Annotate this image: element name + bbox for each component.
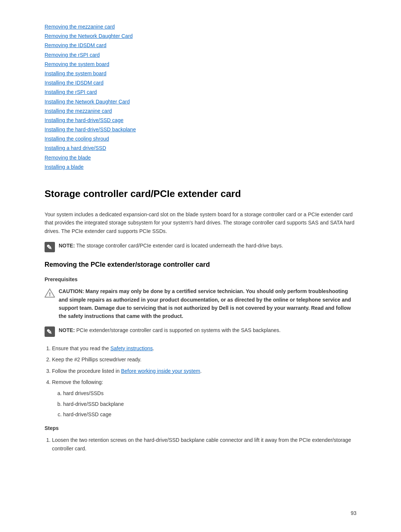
section-title: Storage controller card/PCIe extender ca… — [45, 187, 356, 203]
toc-link[interactable]: Installing the hard-drive/SSD cage — [45, 116, 356, 125]
prereq-item-4: Remove the following: hard drives/SSDs h… — [52, 378, 356, 419]
toc-link[interactable]: Installing the cooling shroud — [45, 134, 356, 144]
svg-text:✎: ✎ — [46, 244, 52, 251]
note-text-2: NOTE: PCIe extender/storage controller c… — [59, 326, 281, 334]
toc-link[interactable]: Removing the blade — [45, 153, 356, 162]
prereq-item-1: Ensure that you read the Safety instruct… — [52, 344, 356, 352]
toc-link[interactable]: Removing the rSPI card — [45, 50, 356, 60]
steps-label: Steps — [45, 424, 356, 432]
caution-icon: ! — [45, 288, 55, 298]
prerequisites-label: Prerequisites — [45, 276, 356, 283]
toc-link[interactable]: Installing the IDSDM card — [45, 78, 356, 88]
toc-link[interactable]: Removing the IDSDM card — [45, 41, 356, 50]
svg-text:!: ! — [49, 291, 51, 297]
note-box-1: ✎ NOTE: The storage controller card/PCIe… — [45, 242, 356, 252]
step-1: Loosen the two retention screws on the h… — [52, 436, 356, 453]
toc-section: Removing the mezzanine cardRemoving the … — [45, 22, 356, 172]
safety-instructions-link[interactable]: Safety instructions — [110, 345, 153, 351]
toc-link[interactable]: Installing a hard drive/SSD — [45, 144, 356, 153]
subsection-title: Removing the PCIe extender/storage contr… — [45, 260, 356, 270]
toc-link[interactable]: Installing the hard-drive/SSD backplane — [45, 125, 356, 134]
toc-link[interactable]: Installing the system board — [45, 69, 356, 78]
section-body: Your system includes a dedicated expansi… — [45, 210, 356, 235]
prereq-item-3: Follow the procedure listed in Before wo… — [52, 367, 356, 375]
toc-link[interactable]: Installing the mezzanine card — [45, 106, 356, 116]
sub-item-c: hard-drive/SSD cage — [63, 410, 356, 418]
page: Removing the mezzanine cardRemoving the … — [0, 0, 401, 532]
note-icon-2: ✎ — [45, 326, 55, 337]
sub-list: hard drives/SSDs hard-drive/SSD backplan… — [63, 389, 356, 418]
prereq-list: Ensure that you read the Safety instruct… — [52, 344, 356, 419]
sub-item-b: hard-drive/SSD backplane — [63, 400, 356, 408]
toc-link[interactable]: Installing the rSPI card — [45, 88, 356, 97]
toc-link[interactable]: Installing the Network Daughter Card — [45, 97, 356, 106]
page-number: 93 — [351, 509, 356, 517]
steps-list: Loosen the two retention screws on the h… — [52, 436, 356, 453]
toc-link[interactable]: Removing the Network Daughter Card — [45, 32, 356, 41]
toc-link[interactable]: Installing a blade — [45, 162, 356, 172]
sub-item-a: hard drives/SSDs — [63, 389, 356, 397]
caution-box: ! CAUTION: Many repairs may only be done… — [45, 287, 356, 321]
caution-text: CAUTION: Many repairs may only be done b… — [59, 287, 356, 321]
note-text-1: NOTE: The storage controller card/PCIe e… — [59, 242, 283, 250]
toc-link[interactable]: Removing the mezzanine card — [45, 22, 356, 32]
toc-link[interactable]: Removing the system board — [45, 60, 356, 69]
svg-text:✎: ✎ — [46, 328, 52, 336]
note-icon-1: ✎ — [45, 242, 55, 252]
prereq-item-2: Keep the #2 Phillips screwdriver ready. — [52, 355, 356, 364]
before-working-link[interactable]: Before working inside your system — [121, 368, 200, 374]
note-box-2: ✎ NOTE: PCIe extender/storage controller… — [45, 326, 356, 337]
